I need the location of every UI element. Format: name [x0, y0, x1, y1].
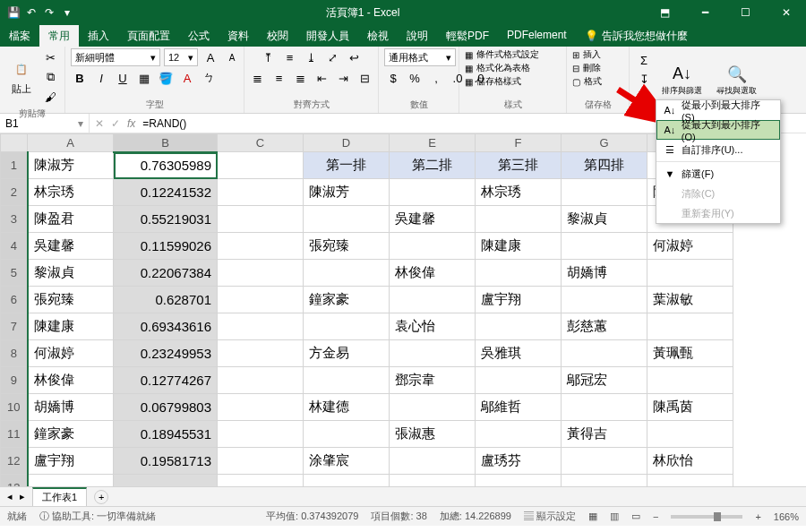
row-header-5[interactable]: 5: [1, 260, 28, 287]
format-painter-icon[interactable]: 🖌: [41, 88, 59, 106]
cell[interactable]: [218, 206, 304, 233]
cell[interactable]: [390, 233, 476, 260]
cell[interactable]: [562, 287, 647, 313]
number-format-select[interactable]: 通用格式▾: [384, 48, 456, 66]
view-layout-icon[interactable]: ▥: [610, 511, 619, 522]
conditional-format-button[interactable]: ▦條件式格式設定: [465, 48, 539, 61]
cell[interactable]: 鄔維哲: [476, 394, 562, 421]
cell[interactable]: [390, 394, 476, 421]
undo-icon[interactable]: ↶: [25, 6, 38, 19]
qat-dropdown-icon[interactable]: ▾: [61, 6, 73, 19]
cell[interactable]: 陳禹茵: [647, 394, 733, 421]
align-middle-icon[interactable]: ≡: [281, 48, 299, 66]
cell[interactable]: 葉淑敏: [647, 287, 733, 313]
align-left-icon[interactable]: ≣: [249, 69, 267, 87]
cell[interactable]: 林宗琇: [28, 179, 114, 206]
cell[interactable]: [114, 475, 218, 487]
cell[interactable]: [304, 367, 390, 394]
cell[interactable]: [218, 394, 304, 421]
zoom-slider[interactable]: [671, 515, 742, 519]
row-header-8[interactable]: 8: [1, 340, 28, 367]
cell[interactable]: [390, 448, 476, 475]
formula-input[interactable]: =RAND(): [142, 117, 186, 130]
select-all-corner[interactable]: [1, 134, 28, 152]
cell[interactable]: [218, 179, 304, 206]
cell[interactable]: 盧琇芬: [476, 448, 562, 475]
cell[interactable]: 陳淑芳: [28, 152, 114, 179]
format-cells-button[interactable]: ▢格式: [572, 75, 602, 88]
tab-home[interactable]: 常用: [39, 25, 79, 47]
grow-font-icon[interactable]: A: [202, 48, 219, 66]
format-as-table-button[interactable]: ▦格式化為表格: [465, 62, 530, 74]
cell[interactable]: [562, 475, 647, 487]
cell[interactable]: 鄔冠宏: [562, 367, 647, 394]
view-normal-icon[interactable]: ▦: [588, 511, 597, 522]
cell[interactable]: 黃得吉: [562, 421, 647, 448]
cell[interactable]: 陳建康: [476, 233, 562, 260]
cell[interactable]: 0.18945531: [114, 421, 218, 448]
col-header-B[interactable]: B: [114, 134, 218, 152]
cell[interactable]: 吳建馨: [390, 206, 476, 233]
cell[interactable]: [562, 233, 647, 260]
cell[interactable]: [304, 260, 390, 287]
cell[interactable]: [562, 179, 647, 206]
tab-pdf1[interactable]: 輕鬆PDF: [437, 25, 498, 47]
comma-icon[interactable]: ,: [427, 69, 445, 87]
cell[interactable]: [647, 475, 733, 487]
row-header-9[interactable]: 9: [1, 367, 28, 394]
tab-review[interactable]: 校閱: [258, 25, 297, 47]
cell[interactable]: [218, 152, 304, 179]
cell[interactable]: [218, 448, 304, 475]
col-header-G[interactable]: G: [562, 134, 647, 152]
cell[interactable]: [304, 206, 390, 233]
row-header-13[interactable]: 13: [1, 475, 28, 487]
phonetic-icon[interactable]: ㄅ: [200, 69, 218, 87]
font-name-select[interactable]: 新細明體▾: [71, 48, 160, 66]
zoom-out-button[interactable]: −: [653, 511, 658, 522]
cell[interactable]: 0.55219031: [114, 206, 218, 233]
cell[interactable]: [390, 179, 476, 206]
name-box[interactable]: B1▾: [0, 114, 90, 133]
cell[interactable]: 黃珮甄: [647, 340, 733, 367]
row-header-12[interactable]: 12: [1, 448, 28, 475]
cell[interactable]: [218, 475, 304, 487]
cell[interactable]: 盧宇翔: [28, 448, 114, 475]
copy-icon[interactable]: ⧉: [41, 68, 59, 86]
cell[interactable]: 陳建康: [28, 313, 114, 340]
tab-layout[interactable]: 頁面配置: [118, 25, 179, 47]
cell[interactable]: 張宛臻: [304, 233, 390, 260]
cell[interactable]: 盧宇翔: [476, 287, 562, 313]
tab-insert[interactable]: 插入: [79, 25, 118, 47]
cell[interactable]: 0.11599026: [114, 233, 218, 260]
cell[interactable]: [28, 475, 114, 487]
col-header-F[interactable]: F: [476, 134, 562, 152]
cell[interactable]: [218, 367, 304, 394]
cell[interactable]: [476, 313, 562, 340]
orientation-icon[interactable]: ⤢: [324, 48, 342, 66]
col-header-E[interactable]: E: [390, 134, 476, 152]
row-header-10[interactable]: 10: [1, 394, 28, 421]
delete-cells-button[interactable]: ⊟刪除: [572, 62, 601, 74]
indent-inc-icon[interactable]: ⇥: [335, 69, 353, 87]
add-sheet-button[interactable]: +: [94, 490, 108, 504]
cell[interactable]: 0.76305989: [114, 152, 218, 179]
cell[interactable]: [647, 313, 733, 340]
find-select-button[interactable]: 🔍 尋找與選取: [711, 62, 762, 97]
tell-me[interactable]: 💡 告訴我您想做什麼: [576, 25, 697, 47]
cell[interactable]: 0.69343616: [114, 313, 218, 340]
cell[interactable]: 鐘家豪: [28, 421, 114, 448]
cell[interactable]: 何淑婷: [647, 233, 733, 260]
cell[interactable]: 涂肇宸: [304, 448, 390, 475]
align-right-icon[interactable]: ≣: [292, 69, 310, 87]
cell[interactable]: 林俊偉: [28, 367, 114, 394]
wrap-text-icon[interactable]: ↩: [346, 48, 364, 66]
cell[interactable]: [304, 313, 390, 340]
cell[interactable]: [390, 475, 476, 487]
currency-icon[interactable]: $: [384, 69, 402, 87]
col-header-C[interactable]: C: [218, 134, 304, 152]
cell[interactable]: 張淑惠: [390, 421, 476, 448]
cell[interactable]: [218, 233, 304, 260]
cell[interactable]: 吳建馨: [28, 233, 114, 260]
cell[interactable]: 吳雅琪: [476, 340, 562, 367]
sheet-tab[interactable]: 工作表1: [32, 487, 87, 506]
